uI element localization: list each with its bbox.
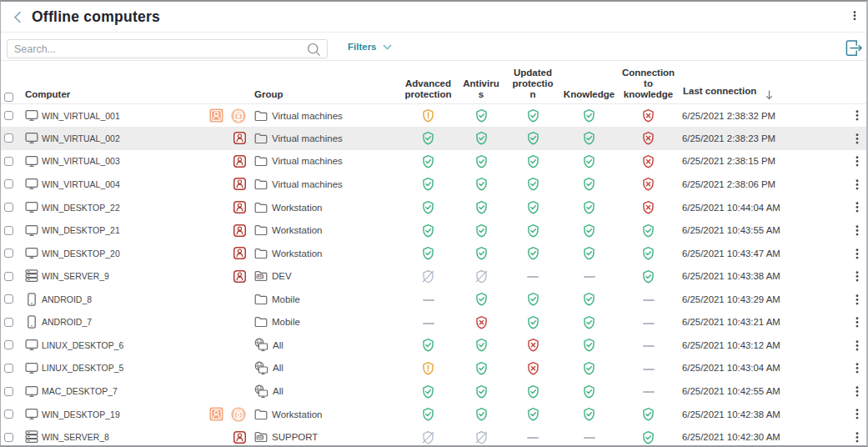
svg-text:AD: AD bbox=[258, 274, 263, 279]
svg-text:AD: AD bbox=[258, 435, 263, 439]
